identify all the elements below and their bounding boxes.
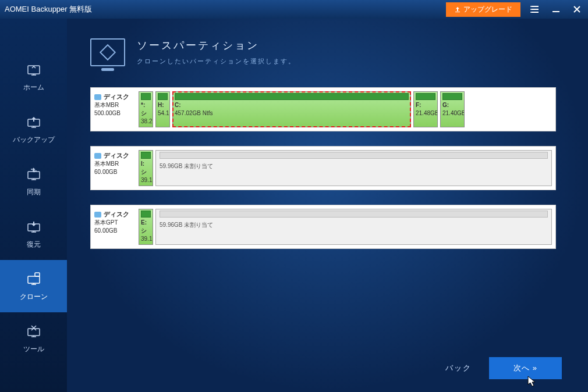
sidebar-item-clone[interactable]: クローン — [0, 260, 67, 312]
back-button[interactable]: バック — [445, 363, 472, 373]
unallocated-space[interactable]: 59.96GB 未割り当て — [155, 209, 552, 245]
sync-icon — [26, 166, 42, 183]
upload-icon — [454, 6, 461, 13]
sidebar-item-restore[interactable]: 復元 — [0, 208, 67, 260]
disk-type: 基本MBR — [94, 101, 136, 109]
main-content: ソースパーティション クローンしたいパーティションを選択します。 ディスク基本M… — [67, 19, 588, 392]
partition-usage-bar — [141, 152, 151, 159]
disk-type: 基本MBR — [94, 160, 136, 168]
sidebar: ホーム バックアップ 同期 復元 クローン ツール — [0, 19, 67, 392]
partition-size: 457.02GB Ntfs — [175, 109, 409, 117]
partition[interactable]: G:21.40GB — [440, 91, 465, 127]
disk-name: ディスク — [104, 151, 129, 160]
partition[interactable]: F:21.48GB — [413, 91, 438, 127]
svg-rect-3 — [28, 66, 40, 74]
partition-usage-bar — [442, 93, 462, 100]
menu-button[interactable] — [529, 3, 541, 16]
disk-name: ディスク — [104, 92, 129, 101]
disk-type: 基本GPT — [94, 219, 136, 227]
unallocated-label: 59.96GB 未割り当て — [160, 221, 548, 229]
page-header: ソースパーティション クローンしたいパーティションを選択します。 — [90, 38, 556, 66]
unallocated-bar — [160, 211, 548, 218]
partition-size: 39.1 — [141, 176, 151, 184]
svg-rect-9 — [28, 329, 40, 336]
partition-label: *: シ — [141, 101, 151, 117]
minimize-button[interactable] — [550, 3, 562, 16]
sidebar-item-label: ホーム — [23, 83, 44, 92]
partition-usage-bar — [141, 211, 151, 218]
svg-point-2 — [530, 12, 532, 13]
disk-icon — [94, 212, 101, 218]
backup-icon — [26, 114, 42, 130]
partition-usage-bar — [141, 93, 151, 100]
page-subtitle: クローンしたいパーティションを選択します。 — [137, 57, 296, 66]
next-button[interactable]: 次へ » — [489, 357, 562, 379]
restore-icon — [26, 219, 42, 235]
disk-icon — [94, 94, 101, 100]
partition-label: F: — [416, 101, 435, 109]
partition[interactable]: *: シ38.2 — [139, 91, 153, 127]
disk-panel: ディスク基本GPT60.00GBE: シ39.159.96GB 未割り当て — [90, 205, 556, 249]
sidebar-item-home[interactable]: ホーム — [0, 51, 67, 103]
tools-icon — [26, 323, 42, 340]
svg-rect-5 — [28, 172, 40, 179]
partition[interactable]: H:54.1 — [155, 91, 170, 127]
disk-size: 500.00GB — [94, 109, 136, 117]
partition[interactable]: E: シ39.1 — [139, 209, 153, 245]
sidebar-item-tools[interactable]: ツール — [0, 312, 67, 365]
close-button[interactable] — [571, 3, 583, 16]
clone-icon — [26, 271, 42, 287]
unallocated-label: 59.96GB 未割り当て — [160, 162, 548, 170]
disk-info: ディスク基本MBR500.00GB — [94, 91, 136, 127]
upgrade-button[interactable]: アップグレード — [446, 2, 520, 17]
sidebar-item-backup[interactable]: バックアップ — [0, 103, 67, 155]
sidebar-item-label: クローン — [20, 292, 48, 302]
upgrade-label: アップグレード — [463, 5, 512, 15]
partition-usage-bar — [416, 93, 435, 100]
partition-size: 54.1 — [158, 109, 168, 117]
page-title: ソースパーティション — [137, 38, 296, 52]
sidebar-item-label: 同期 — [27, 187, 41, 197]
sidebar-item-sync[interactable]: 同期 — [0, 155, 67, 208]
partition-label: C: — [175, 101, 409, 109]
disk-panel: ディスク基本MBR500.00GB*: シ38.2H:54.1C:457.02G… — [90, 87, 556, 131]
partition-size: 21.40GB — [442, 109, 462, 117]
partition[interactable]: C:457.02GB Ntfs — [172, 91, 411, 127]
partition-label: E: シ — [141, 219, 151, 235]
unallocated-bar — [160, 152, 548, 159]
disk-name: ディスク — [104, 210, 129, 219]
app-title: AOMEI Backupper 無料版 — [5, 4, 92, 15]
titlebar: AOMEI Backupper 無料版 アップグレード — [0, 0, 588, 19]
partition-header-icon — [90, 38, 125, 66]
disk-size: 60.00GB — [94, 227, 136, 235]
svg-point-0 — [530, 6, 532, 7]
disk-icon — [94, 153, 101, 159]
sidebar-item-label: バックアップ — [13, 135, 55, 145]
partition-label: I: シ — [141, 160, 151, 176]
partition[interactable]: I: シ39.1 — [139, 150, 153, 186]
svg-point-1 — [530, 9, 532, 10]
sidebar-item-label: 復元 — [27, 240, 41, 250]
partition-usage-bar — [175, 93, 409, 100]
home-icon — [26, 62, 42, 78]
disk-size: 60.00GB — [94, 168, 136, 176]
partition-label: G: — [442, 101, 462, 109]
partition-usage-bar — [158, 93, 168, 100]
partition-label: H: — [158, 101, 168, 109]
disk-panel: ディスク基本MBR60.00GBI: シ39.159.96GB 未割り当て — [90, 146, 556, 190]
footer-actions: バック 次へ » — [445, 357, 562, 379]
svg-rect-7 — [28, 276, 40, 283]
partition-size: 39.1 — [141, 235, 151, 243]
disk-info: ディスク基本MBR60.00GB — [94, 150, 136, 186]
partition-size: 38.2 — [141, 117, 151, 126]
unallocated-space[interactable]: 59.96GB 未割り当て — [155, 150, 552, 186]
sidebar-item-label: ツール — [23, 344, 44, 354]
disk-info: ディスク基本GPT60.00GB — [94, 209, 136, 245]
svg-rect-8 — [35, 273, 40, 276]
partition-size: 21.48GB — [416, 109, 435, 117]
